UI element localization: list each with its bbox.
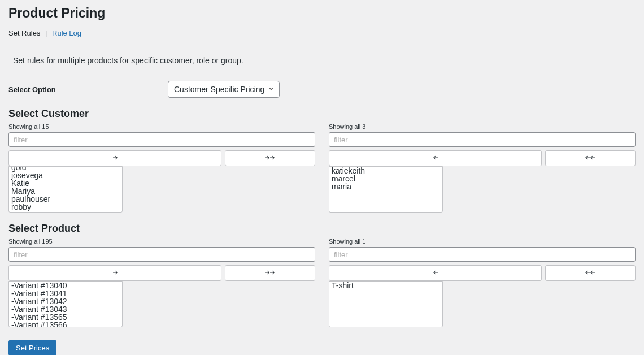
intro-text: Set rules for multiple products for spec…	[8, 53, 636, 73]
customer-target-showing: Showing all 3	[329, 123, 636, 130]
customer-move-all-right-button[interactable]	[225, 150, 315, 166]
list-item[interactable]: T-shirt	[332, 282, 440, 289]
product-move-right-button[interactable]	[8, 265, 221, 281]
list-item[interactable]: -Variant #13565	[11, 313, 120, 321]
product-move-all-left-button[interactable]	[545, 265, 636, 281]
customer-dual-list: Showing all 15 gold josevega Katie Mariy…	[8, 123, 636, 213]
list-item[interactable]: -Variant #13043	[11, 305, 120, 313]
product-dual-list: Showing all 195 -Variant #13040 -Variant…	[8, 238, 636, 327]
arrow-left-double-icon	[584, 269, 597, 277]
list-item[interactable]: paulhouser	[11, 195, 120, 203]
list-item[interactable]: -Variant #13042	[11, 297, 120, 305]
customer-source-col: Showing all 15 gold josevega Katie Mariy…	[8, 123, 315, 213]
customer-source-showing: Showing all 15	[8, 123, 315, 130]
product-target-showing: Showing all 1	[329, 238, 636, 245]
customer-move-all-left-button[interactable]	[545, 150, 636, 166]
select-option-dropdown[interactable]: Customer Specific Pricing	[168, 81, 280, 98]
arrow-right-double-icon	[264, 269, 276, 277]
select-option-row: Select Option Customer Specific Pricing	[8, 81, 636, 98]
select-customer-heading: Select Customer	[8, 108, 636, 120]
list-item[interactable]: Mariya	[11, 187, 120, 195]
list-item[interactable]: Katie	[11, 179, 120, 187]
product-target-listbox[interactable]: T-shirt	[329, 281, 443, 327]
select-product-heading: Select Product	[8, 223, 636, 235]
customer-source-listbox[interactable]: gold josevega Katie Mariya paulhouser ro…	[8, 166, 123, 213]
customer-move-right-button[interactable]	[8, 150, 221, 166]
tab-rule-log[interactable]: Rule Log	[52, 29, 81, 37]
list-item[interactable]: maria	[332, 183, 440, 191]
arrow-left-double-icon	[584, 154, 597, 162]
list-item[interactable]: -Variant #13566	[11, 321, 120, 327]
list-item[interactable]: robby	[11, 203, 120, 211]
arrow-right-icon	[111, 154, 119, 162]
customer-target-listbox[interactable]: katiekeith marcel maria	[329, 166, 443, 213]
tab-separator: |	[45, 29, 47, 37]
list-item[interactable]: josevega	[11, 171, 120, 179]
product-target-col: Showing all 1 T-shirt	[329, 238, 636, 327]
customer-target-filter[interactable]	[329, 132, 636, 147]
product-move-all-right-button[interactable]	[225, 265, 315, 281]
chevron-down-icon	[268, 85, 275, 94]
select-option-value: Customer Specific Pricing	[174, 85, 264, 94]
product-target-filter[interactable]	[329, 247, 636, 262]
list-item[interactable]: -Variant #13040	[11, 282, 120, 289]
product-source-showing: Showing all 195	[8, 238, 315, 245]
tab-bar: Set Rules | Rule Log	[8, 29, 636, 42]
customer-source-filter[interactable]	[8, 132, 315, 147]
product-source-filter[interactable]	[8, 247, 315, 262]
select-option-label: Select Option	[8, 85, 168, 94]
arrow-right-icon	[111, 269, 119, 277]
page-title: Product Pricing	[8, 6, 636, 21]
product-source-listbox[interactable]: -Variant #13040 -Variant #13041 -Variant…	[8, 281, 123, 327]
product-source-col: Showing all 195 -Variant #13040 -Variant…	[8, 238, 315, 327]
list-item[interactable]: marcel	[332, 175, 440, 183]
set-prices-button[interactable]: Set Prices	[8, 340, 56, 355]
arrow-left-icon	[432, 269, 440, 277]
list-item[interactable]: katiekeith	[332, 167, 440, 175]
arrow-left-icon	[432, 154, 440, 162]
list-item[interactable]: -Variant #13041	[11, 289, 120, 297]
customer-target-col: Showing all 3 katiekeith marcel maria	[329, 123, 636, 213]
arrow-right-double-icon	[264, 154, 276, 162]
product-move-left-button[interactable]	[329, 265, 542, 281]
customer-move-left-button[interactable]	[329, 150, 542, 166]
tab-set-rules[interactable]: Set Rules	[8, 29, 40, 37]
